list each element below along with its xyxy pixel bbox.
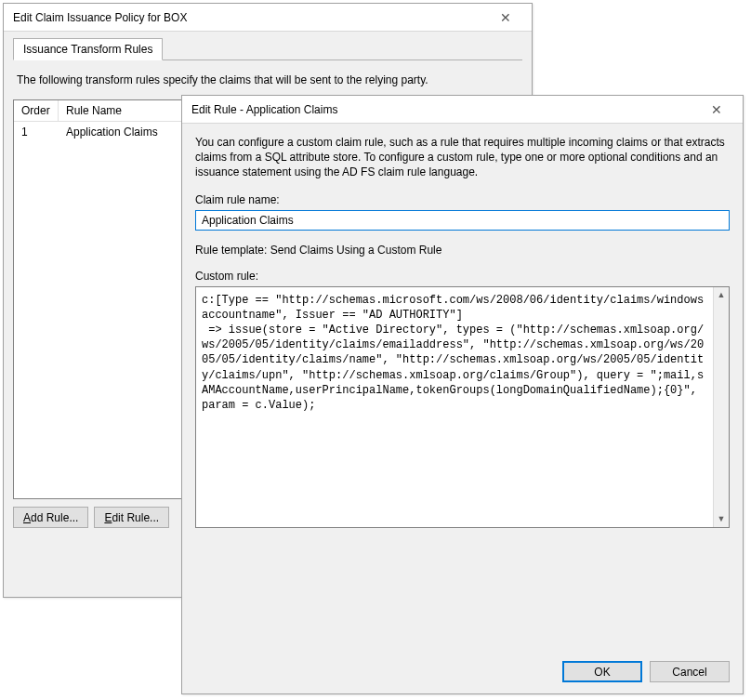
close-icon[interactable]: ✕ [487, 5, 524, 31]
dialog-title: Edit Rule - Application Claims [191, 103, 698, 116]
claim-rule-name-input[interactable] [195, 210, 730, 231]
cell-order: 1 [14, 122, 59, 142]
add-rule-button[interactable]: Add Rule... [13, 507, 88, 528]
dialog-title: Edit Claim Issuance Policy for BOX [13, 11, 487, 24]
scroll-down-icon[interactable]: ▼ [714, 511, 729, 527]
edit-rule-button[interactable]: Edit Rule... [94, 507, 169, 528]
rule-template-text: Rule template: Send Claims Using a Custo… [195, 244, 730, 257]
instructions-text: You can configure a custom claim rule, s… [195, 135, 730, 180]
titlebar[interactable]: Edit Rule - Application Claims ✕ [182, 96, 743, 124]
tab-strip: Issuance Transform Rules [13, 37, 522, 60]
custom-rule-textarea[interactable] [196, 287, 712, 527]
scroll-up-icon[interactable]: ▲ [714, 287, 729, 303]
close-icon[interactable]: ✕ [698, 97, 735, 123]
claim-rule-name-label: Claim rule name: [195, 193, 730, 206]
rules-description: The following transform rules specify th… [17, 73, 519, 86]
dialog-footer: OK Cancel [562, 661, 730, 682]
tab-issuance-transform-rules[interactable]: Issuance Transform Rules [13, 38, 163, 60]
cancel-button[interactable]: Cancel [650, 661, 730, 682]
column-order[interactable]: Order [14, 100, 59, 121]
custom-rule-container: ▲ ▼ [195, 286, 730, 528]
ok-button[interactable]: OK [562, 661, 642, 682]
scrollbar-vertical[interactable]: ▲ ▼ [713, 287, 729, 527]
edit-rule-dialog: Edit Rule - Application Claims ✕ You can… [181, 95, 744, 694]
titlebar[interactable]: Edit Claim Issuance Policy for BOX ✕ [4, 4, 532, 32]
custom-rule-label: Custom rule: [195, 270, 730, 283]
